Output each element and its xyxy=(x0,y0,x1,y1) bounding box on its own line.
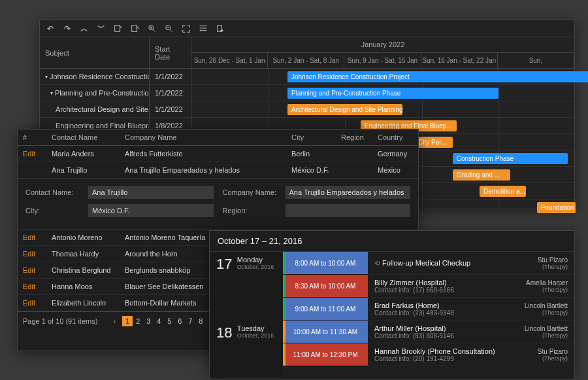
label-company: Company Name: xyxy=(223,188,282,196)
day-name: Monday xyxy=(237,256,274,264)
input-company[interactable] xyxy=(286,186,411,199)
day-header[interactable]: 17 Monday October, 2016 xyxy=(210,252,283,320)
edit-link[interactable]: Edit xyxy=(23,233,35,241)
cell-company: Alfreds Futterkiste xyxy=(120,146,286,162)
slot-time: 8:30 AM to 10:00 AM xyxy=(295,283,356,290)
gantt-bar[interactable]: Demolition a... xyxy=(480,186,526,197)
cell-start: 1/1/2022 xyxy=(150,69,191,84)
col-contact[interactable]: Contact Name xyxy=(46,130,120,146)
page-number[interactable]: 7 xyxy=(185,316,195,326)
page-number[interactable]: 2 xyxy=(133,316,143,326)
col-company[interactable]: Company Name xyxy=(120,130,286,146)
appointment[interactable]: Brad Farkus (Home)Contact info: (23) 483… xyxy=(368,298,574,320)
edit-link[interactable]: Edit xyxy=(23,150,35,158)
appointment[interactable]: Arthur Miller (Hospital)Contact info: (8… xyxy=(368,320,574,343)
page-number[interactable]: 6 xyxy=(174,316,185,326)
edit-link[interactable]: Edit xyxy=(23,299,35,307)
cell-subject: Architectural Design and Site... xyxy=(40,101,150,117)
cell-start: 1/1/2022 xyxy=(150,85,191,101)
cell-start: 1/1/2022 xyxy=(150,101,191,117)
timeline[interactable]: Planning and Pre-Construction Phase xyxy=(191,85,574,101)
time-slot[interactable]: 8:30 AM to 10:00 AM xyxy=(283,275,368,298)
week-header: Sun, 9 Jan - Sat, 15 Jan xyxy=(344,53,421,68)
appt-person: Lincoln Bartlett xyxy=(525,302,568,309)
cell-subject: ▾Johnson Residence Construction ... xyxy=(40,69,150,84)
appt-type: (Therapy) xyxy=(538,264,568,270)
edit-link[interactable]: Edit xyxy=(23,283,35,290)
time-slot[interactable]: 11:00 AM to 12:30 PM xyxy=(283,343,368,366)
gantt-bar[interactable]: Grading and ... xyxy=(453,169,510,181)
page-number[interactable]: 1 xyxy=(122,316,133,326)
col-country[interactable]: Country xyxy=(372,130,418,146)
timeslot-column: 8:00 AM to 10:00 AM8:30 AM to 10:00 AM9:… xyxy=(283,252,368,377)
page-number[interactable]: 5 xyxy=(164,316,174,326)
col-start-date[interactable]: Start Date xyxy=(150,37,191,68)
undo-icon[interactable]: ↶ xyxy=(42,22,58,36)
cell-contact: Antonio Moreno xyxy=(46,230,120,246)
cell-contact: Ana Trujillo xyxy=(46,162,120,179)
gantt-bar[interactable]: Architectural Design and Site Planning xyxy=(287,104,402,115)
time-slot[interactable]: 10:00 AM to 11:30 AM xyxy=(283,320,368,343)
redo-icon[interactable]: ↷ xyxy=(59,22,75,36)
recurring-icon: ⟲ xyxy=(374,260,380,267)
time-slot[interactable]: 9:00 AM to 11:00 AM xyxy=(283,298,368,320)
page-number[interactable]: 4 xyxy=(154,316,164,326)
col-subject[interactable]: Subject xyxy=(40,37,150,68)
gantt-row[interactable]: ▾Johnson Residence Construction ... 1/1/… xyxy=(40,69,574,85)
page-number[interactable]: 3 xyxy=(143,316,154,326)
table-row[interactable]: Edit Maria Anders Alfreds Futterkiste Be… xyxy=(18,146,418,162)
gantt-row[interactable]: Architectural Design and Site... 1/1/202… xyxy=(40,101,574,118)
appt-info: Contact info: (20) 191-4299 xyxy=(374,355,495,362)
appointment[interactable]: Billy Zimmer (Hospital)Contact info: (17… xyxy=(368,275,574,298)
page-number[interactable]: 8 xyxy=(195,316,206,326)
time-slot[interactable]: 8:00 AM to 10:00 AM xyxy=(283,252,368,275)
appt-type: (Therapy) xyxy=(538,355,568,362)
day-header[interactable]: 18 Tuesday October, 2016 xyxy=(210,320,283,366)
gantt-bar[interactable]: Johnson Residence Construction Project xyxy=(287,71,588,82)
cell-country: Mexico xyxy=(372,162,418,179)
week-header: Sun, 2 Jan - Sat, 8 Jan xyxy=(268,53,344,68)
appointment[interactable]: Hannah Brookly (Phone Consultation)Conta… xyxy=(368,343,574,366)
col-hash[interactable]: # xyxy=(18,130,46,146)
day-column: 17 Monday October, 201618 Tuesday Octobe… xyxy=(210,252,283,377)
weeks-header: Sun, 26 Dec - Sat, 1 JanSun, 2 Jan - Sat… xyxy=(191,53,574,68)
gantt-bar[interactable]: City Per... xyxy=(414,137,453,148)
label-contact: Contact Name: xyxy=(25,188,84,196)
input-city[interactable] xyxy=(88,204,214,217)
pager-prev-icon[interactable]: ‹ xyxy=(109,316,120,326)
timeline[interactable]: Architectural Design and Site Planning xyxy=(191,101,574,117)
cell-city: México D.F. xyxy=(286,162,336,179)
gantt-bar[interactable]: Planning and Pre-Construction Phase xyxy=(287,88,498,99)
detail-panel: Contact Name: Company Name: City: Region… xyxy=(18,179,418,230)
expand-all-icon[interactable]: ︾ xyxy=(93,22,109,36)
input-contact[interactable] xyxy=(88,186,214,199)
appt-info: Contact info: (17) 668-6166 xyxy=(374,286,454,294)
timeline[interactable]: Johnson Residence Construction Project xyxy=(191,69,574,84)
table-row[interactable]: Ana Trujillo Ana Trujillo Emparedados y … xyxy=(18,162,418,179)
add-task-icon[interactable] xyxy=(110,22,126,36)
zoom-out-icon[interactable] xyxy=(161,22,177,36)
fullscreen-icon[interactable] xyxy=(178,22,194,36)
edit-link[interactable]: Edit xyxy=(23,266,35,274)
cell-contact: Hanna Moos xyxy=(46,279,120,295)
appt-type: (Therapy) xyxy=(526,286,568,293)
gantt-bar[interactable]: Foundation xyxy=(537,202,576,213)
gantt-bar[interactable]: Construction Phase xyxy=(453,153,568,164)
edit-link[interactable]: Edit xyxy=(23,250,35,258)
month-header: January 2022 xyxy=(191,37,574,53)
col-city[interactable]: City xyxy=(286,130,336,146)
collapse-all-icon[interactable]: ︽ xyxy=(76,22,92,36)
appointment[interactable]: ⟲Follow-up Medical Checkup Stu Pizaro(Th… xyxy=(368,252,574,275)
col-region[interactable]: Region xyxy=(336,130,372,146)
gantt-row[interactable]: ▾Planning and Pre-Construction ... 1/1/2… xyxy=(40,85,574,101)
appt-type: (Therapy) xyxy=(525,332,568,339)
export-icon[interactable] xyxy=(212,22,228,36)
cell-contact: Maria Anders xyxy=(46,146,120,162)
slot-time: 11:00 AM to 12:30 PM xyxy=(293,351,358,358)
input-region[interactable] xyxy=(286,204,411,217)
week-header: Sun, 26 Dec - Sat, 1 Jan xyxy=(191,53,268,68)
remove-task-icon[interactable] xyxy=(127,22,143,36)
zoom-in-icon[interactable] xyxy=(144,22,160,36)
appt-person: Lincoln Bartlett xyxy=(525,325,568,332)
indent-icon[interactable] xyxy=(195,22,211,36)
